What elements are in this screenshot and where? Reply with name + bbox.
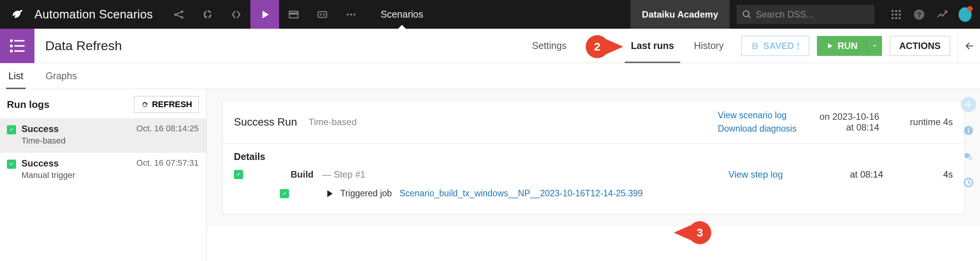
run-log-item[interactable]: Success Manual trigger Oct. 16 07:57:31	[0, 153, 206, 187]
content-outer: Success Run Time-based View scenario log…	[207, 89, 980, 261]
scenario-list-toggle[interactable]	[0, 29, 34, 63]
success-check-icon	[280, 189, 289, 198]
step-duration: 4s	[915, 169, 953, 180]
svg-point-7	[350, 13, 352, 15]
actions-button[interactable]: ACTIONS	[890, 36, 950, 56]
rail-info-button[interactable]	[961, 123, 976, 138]
apps-icon[interactable]	[890, 8, 903, 21]
svg-rect-23	[14, 45, 24, 47]
svg-point-24	[10, 49, 13, 52]
svg-rect-4	[320, 13, 322, 15]
user-avatar[interactable]	[959, 8, 972, 21]
global-search[interactable]: Search DSS...	[737, 5, 874, 24]
scenario-header: Data Refresh Settings Steps Last runs Hi…	[0, 29, 980, 63]
step-time: at 08:14	[814, 169, 883, 180]
scenarios-icon[interactable]	[250, 0, 279, 29]
success-check-icon	[7, 160, 16, 169]
code-icon[interactable]	[222, 0, 250, 29]
run-logs-sidebar: Run logs REFRESH Success Time-based Oct.…	[0, 89, 207, 261]
run-status: Success	[21, 158, 131, 169]
rail-add-button[interactable]	[961, 97, 976, 112]
tab-history[interactable]: History	[684, 29, 734, 63]
annotation-3: 3	[674, 221, 711, 244]
svg-point-10	[895, 10, 897, 12]
svg-point-17	[899, 17, 901, 19]
run-trigger: Manual trigger	[21, 170, 131, 180]
academy-label[interactable]: Dataiku Academy	[630, 0, 730, 29]
run-dropdown[interactable]	[867, 36, 882, 56]
refresh-button[interactable]: REFRESH	[134, 96, 199, 113]
run-logs-header: Run logs REFRESH	[0, 89, 206, 118]
svg-point-16	[895, 17, 897, 19]
svg-rect-21	[14, 40, 24, 41]
tab-last-runs[interactable]: Last runs	[621, 29, 684, 63]
lifecycle-icon[interactable]	[193, 0, 222, 29]
search-placeholder: Search DSS...	[756, 9, 814, 20]
refresh-icon	[140, 101, 148, 108]
project-title[interactable]: Automation Scenarios	[34, 8, 164, 21]
success-check-icon	[7, 125, 16, 134]
rail-history-button[interactable]	[961, 175, 976, 190]
dataiku-logo[interactable]	[0, 0, 34, 29]
arrow-left-icon	[964, 40, 975, 52]
triggered-job-link[interactable]: Scenario_build_tx_windows__NP__2023-10-1…	[400, 188, 643, 199]
tab-scenarios[interactable]: Scenarios	[365, 0, 438, 29]
svg-point-13	[895, 13, 897, 15]
step-row: Build — Step #1 View step log at 08:14 4…	[234, 169, 953, 180]
run-status: Success	[21, 124, 131, 134]
back-button[interactable]	[958, 29, 980, 63]
chevron-down-icon	[872, 43, 878, 49]
svg-point-30	[968, 156, 973, 160]
svg-rect-5	[323, 13, 325, 15]
view-step-log-link[interactable]: View step log	[728, 169, 783, 180]
triangle-icon	[327, 190, 333, 197]
svg-rect-3	[318, 11, 327, 17]
details-heading: Details	[234, 151, 953, 162]
tab-settings[interactable]: Settings	[522, 29, 577, 63]
variables-icon[interactable]	[308, 0, 336, 29]
step-number: Step #1	[334, 169, 366, 179]
svg-point-14	[899, 13, 901, 15]
svg-point-9	[892, 10, 893, 12]
success-check-icon	[234, 170, 243, 179]
save-icon	[751, 42, 759, 50]
annotation-2: 2	[586, 35, 623, 58]
svg-point-8	[353, 13, 355, 15]
right-rail	[957, 89, 980, 261]
bird-icon	[10, 8, 24, 21]
dashboards-icon[interactable]	[279, 0, 308, 29]
scenario-tabs: Settings Steps Last runs History	[522, 29, 734, 63]
run-trigger: Time-based	[21, 136, 131, 146]
run-log-item[interactable]: Success Time-based Oct. 16 08:14:25	[0, 118, 206, 153]
more-icon[interactable]	[336, 0, 365, 29]
activity-icon[interactable]	[936, 8, 949, 21]
svg-point-22	[10, 44, 13, 47]
svg-rect-27	[968, 130, 969, 133]
run-button-group: RUN	[817, 36, 882, 56]
help-icon[interactable]: ?	[913, 8, 926, 21]
notification-dot	[967, 6, 973, 11]
run-time: Oct. 16 08:14:25	[136, 124, 199, 146]
view-scenario-log-link[interactable]: View scenario log	[718, 110, 797, 121]
download-diagnosis-link[interactable]: Download diagnosis	[718, 124, 797, 134]
run-panel: Success Run Time-based View scenario log…	[222, 101, 965, 214]
svg-text:?: ?	[917, 10, 921, 18]
run-time: Oct. 16 07:57:31	[136, 158, 199, 180]
svg-point-15	[892, 17, 893, 19]
subtab-list[interactable]: List	[7, 63, 25, 89]
run-button[interactable]: RUN	[817, 36, 867, 56]
play-icon	[826, 42, 834, 50]
svg-point-12	[892, 13, 893, 15]
subtab-graphs[interactable]: Graphs	[44, 63, 78, 89]
scenario-name: Data Refresh	[34, 38, 122, 53]
search-icon	[742, 10, 752, 20]
run-detail-content: Success Run Time-based View scenario log…	[207, 89, 980, 226]
main-area: Run logs REFRESH Success Time-based Oct.…	[0, 89, 980, 261]
rail-discussion-button[interactable]	[961, 149, 976, 164]
svg-point-20	[10, 39, 13, 42]
svg-rect-28	[968, 128, 969, 129]
run-logs-heading: Run logs	[7, 99, 49, 111]
saved-indicator: SAVED !	[741, 36, 809, 56]
flow-icon[interactable]	[164, 0, 193, 29]
triggered-job-row: Triggered job Scenario_build_tx_windows_…	[234, 188, 953, 199]
